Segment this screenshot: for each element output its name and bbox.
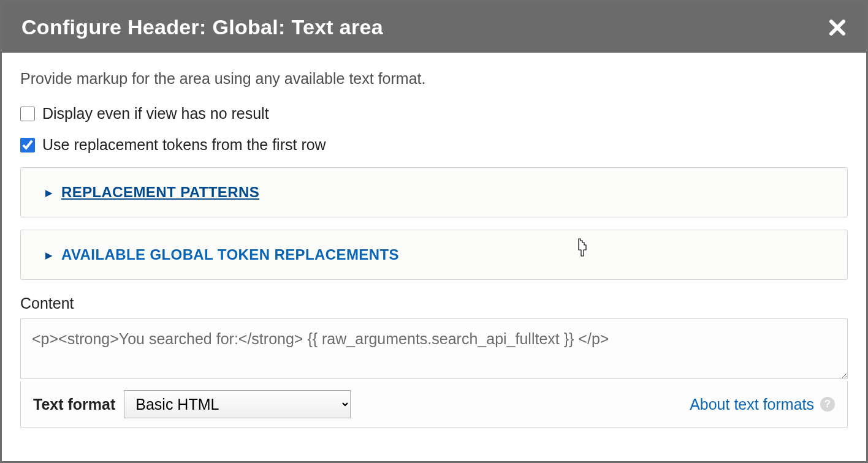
details-global-tokens-label: AVAILABLE GLOBAL TOKEN REPLACEMENTS [61, 246, 399, 263]
details-replacement-patterns-label: REPLACEMENT PATTERNS [61, 184, 259, 201]
content-textarea[interactable] [20, 318, 848, 379]
dialog-header: Configure Header: Global: Text area [2, 2, 866, 53]
close-button[interactable] [828, 18, 847, 37]
text-format-row: Text format Basic HTML About text format… [20, 382, 848, 427]
chevron-right-icon: ▶ [45, 250, 53, 260]
checkbox-display-empty-input[interactable] [20, 107, 35, 121]
details-replacement-patterns[interactable]: ▶ REPLACEMENT PATTERNS [20, 167, 848, 217]
text-format-label: Text format [33, 396, 115, 413]
checkbox-display-empty-label: Display even if view has no result [42, 105, 269, 122]
text-format-select[interactable]: Basic HTML [124, 390, 351, 418]
chevron-right-icon: ▶ [45, 188, 53, 197]
help-icon: ? [820, 397, 835, 412]
checkbox-use-tokens-label: Use replacement tokens from the first ro… [42, 136, 326, 154]
checkbox-use-tokens[interactable]: Use replacement tokens from the first ro… [20, 136, 848, 154]
about-text-formats-label: About text formats [690, 396, 814, 413]
close-icon [828, 18, 847, 37]
dialog-body: Provide markup for the area using any av… [2, 53, 866, 427]
checkbox-display-empty[interactable]: Display even if view has no result [20, 105, 848, 122]
content-label: Content [20, 295, 848, 312]
about-text-formats-link[interactable]: About text formats ? [690, 396, 835, 413]
dialog-title: Configure Header: Global: Text area [21, 15, 383, 39]
description-text: Provide markup for the area using any av… [20, 70, 848, 88]
details-global-tokens[interactable]: ▶ AVAILABLE GLOBAL TOKEN REPLACEMENTS [20, 230, 848, 280]
dialog: Configure Header: Global: Text area Prov… [0, 0, 868, 463]
checkbox-use-tokens-input[interactable] [20, 138, 35, 152]
